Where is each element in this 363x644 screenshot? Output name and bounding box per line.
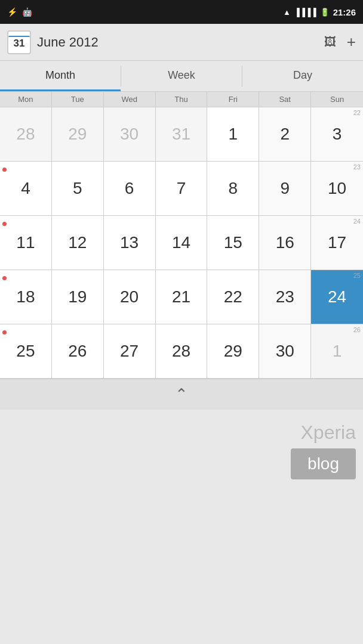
tab-week[interactable]: Week (121, 61, 242, 91)
chevron-up-icon[interactable]: ⌃ (175, 385, 188, 404)
cal-day-3-1[interactable]: 19 (52, 270, 104, 324)
blog-button[interactable]: blog (291, 448, 356, 479)
cal-day-1-5[interactable]: 9 (259, 162, 311, 215)
cal-day-3-3[interactable]: 21 (156, 270, 208, 324)
tab-month[interactable]: Month (0, 61, 121, 91)
cal-day-4-4[interactable]: 29 (207, 324, 259, 378)
day-header-thu: Thu (156, 92, 208, 107)
event-dot-2 (2, 222, 7, 226)
cal-day-2-6[interactable]: 17 (311, 216, 363, 270)
bottom-panel[interactable]: ⌃ (0, 379, 363, 410)
cal-day-2-3[interactable]: 14 (156, 216, 208, 270)
header-actions: 🖼 + (324, 33, 356, 51)
wifi-icon: ▲ (283, 8, 291, 17)
battery-icon: 🔋 (320, 8, 330, 17)
lower-area: Xperia blog (0, 410, 363, 537)
cal-day-2-2[interactable]: 13 (104, 216, 156, 270)
search-calendar-icon[interactable]: 🖼 (324, 35, 336, 49)
header-left: 31 June 2012 (7, 30, 99, 54)
month-year-title: June 2012 (37, 35, 99, 50)
calendar-icon-number: 31 (14, 37, 25, 48)
calendar-row-3: 2518192021222324 (0, 270, 363, 324)
clock: 21:26 (333, 7, 356, 17)
signal-icon: ▐▐▐▐ (294, 8, 316, 17)
cal-day-0-1[interactable]: 29 (52, 107, 104, 161)
cal-day-2-1[interactable]: 12 (52, 216, 104, 270)
event-dot-4 (2, 330, 7, 335)
cal-day-3-5[interactable]: 23 (259, 270, 311, 324)
cal-day-2-5[interactable]: 16 (259, 216, 311, 270)
view-tabs: Month Week Day (0, 61, 363, 92)
cal-day-3-0[interactable]: 18 (0, 270, 52, 324)
cal-day-4-0[interactable]: 25 (0, 324, 52, 378)
cal-day-0-2[interactable]: 30 (104, 107, 156, 161)
day-header-sat: Sat (259, 92, 311, 107)
calendar-row-4: 262526272829301 (0, 324, 363, 379)
day-header-sun: Sun (311, 92, 363, 107)
add-event-icon[interactable]: + (347, 33, 356, 51)
status-bar: ⚡ 🤖 ▲ ▐▐▐▐ 🔋 21:26 (0, 0, 363, 24)
cal-day-4-3[interactable]: 28 (156, 324, 208, 378)
calendar-app-icon[interactable]: 31 (7, 30, 31, 54)
day-headers-row: Mon Tue Wed Thu Fri Sat Sun (0, 92, 363, 107)
cal-day-0-3[interactable]: 31 (156, 107, 208, 161)
day-header-fri: Fri (207, 92, 259, 107)
cal-day-3-2[interactable]: 20 (104, 270, 156, 324)
cal-day-4-1[interactable]: 26 (52, 324, 104, 378)
calendar-grid: 2228293031123234567891024111213141516172… (0, 107, 363, 379)
cal-day-3-6[interactable]: 24 (311, 270, 363, 324)
cal-day-0-5[interactable]: 2 (259, 107, 311, 161)
calendar-row-1: 2345678910 (0, 162, 363, 216)
cal-day-1-6[interactable]: 10 (311, 162, 363, 215)
cal-day-2-0[interactable]: 11 (0, 216, 52, 270)
cal-day-4-5[interactable]: 30 (259, 324, 311, 378)
day-header-wed: Wed (104, 92, 156, 107)
day-header-mon: Mon (0, 92, 52, 107)
event-dot-1 (2, 168, 7, 172)
cal-day-0-0[interactable]: 28 (0, 107, 52, 161)
calendar-row-0: 2228293031123 (0, 107, 363, 162)
xperia-label: Xperia (301, 422, 356, 444)
cal-day-1-1[interactable]: 5 (52, 162, 104, 215)
cal-day-0-6[interactable]: 3 (311, 107, 363, 161)
cal-day-4-2[interactable]: 27 (104, 324, 156, 378)
status-icons-left: ⚡ 🤖 (7, 7, 32, 17)
status-icons-right: ▲ ▐▐▐▐ 🔋 21:26 (283, 7, 356, 17)
calendar-row-2: 2411121314151617 (0, 216, 363, 270)
cal-day-3-4[interactable]: 22 (207, 270, 259, 324)
cal-day-1-3[interactable]: 7 (156, 162, 208, 215)
cal-day-1-0[interactable]: 4 (0, 162, 52, 215)
cal-day-1-4[interactable]: 8 (207, 162, 259, 215)
usb-icon: ⚡ (7, 7, 17, 17)
tab-day[interactable]: Day (242, 61, 363, 91)
event-dot-3 (2, 276, 7, 280)
cal-day-1-2[interactable]: 6 (104, 162, 156, 215)
cal-day-2-4[interactable]: 15 (207, 216, 259, 270)
android-icon: 🤖 (22, 7, 32, 17)
cal-day-0-4[interactable]: 1 (207, 107, 259, 161)
header: 31 June 2012 🖼 + (0, 24, 363, 61)
day-header-tue: Tue (52, 92, 104, 107)
cal-day-4-6[interactable]: 1 (311, 324, 363, 378)
